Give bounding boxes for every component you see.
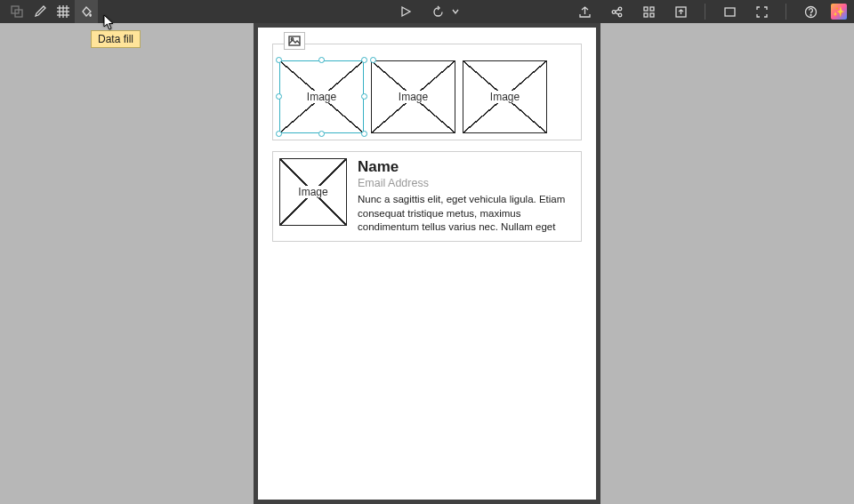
user-avatar[interactable]: ✨ xyxy=(831,4,847,20)
grid-icon[interactable] xyxy=(52,0,75,23)
image-gallery-icon[interactable] xyxy=(284,32,305,50)
stage[interactable]: Image Image xyxy=(0,23,854,504)
svg-rect-17 xyxy=(650,13,654,17)
card-email[interactable]: Email Address xyxy=(358,177,575,189)
image-placeholder-label: Image xyxy=(396,91,431,103)
resize-handle[interactable] xyxy=(361,57,367,63)
profile-card: Image Name Email Address Nunc a sagittis… xyxy=(279,158,575,235)
resize-handle[interactable] xyxy=(276,131,282,137)
svg-line-13 xyxy=(615,12,618,14)
svg-rect-16 xyxy=(644,13,648,17)
group-icon[interactable] xyxy=(5,0,28,23)
image-row-panel[interactable]: Image Image xyxy=(272,44,582,140)
toolbar-separator xyxy=(786,4,786,20)
data-fill-icon[interactable] xyxy=(75,0,98,23)
profile-card-panel[interactable]: Image Name Email Address Nunc a sagittis… xyxy=(272,151,582,242)
resize-handle[interactable] xyxy=(276,57,282,63)
svg-marker-8 xyxy=(402,7,410,16)
resize-handle[interactable] xyxy=(361,93,367,100)
toolbar-center-group xyxy=(394,0,460,23)
resize-handle[interactable] xyxy=(318,57,325,63)
rotate-handle[interactable] xyxy=(370,57,376,63)
toolbar-separator xyxy=(705,4,705,20)
card-name[interactable]: Name xyxy=(358,158,575,176)
play-icon[interactable] xyxy=(394,0,417,23)
image-placeholder-label: Image xyxy=(487,91,522,103)
svg-rect-19 xyxy=(725,8,735,16)
image-placeholder[interactable]: Image xyxy=(463,60,547,133)
tooltip: Data fill xyxy=(91,30,141,48)
image-row: Image Image xyxy=(279,55,575,133)
fullscreen-icon[interactable] xyxy=(750,0,773,23)
card-text[interactable]: Nunc a sagittis elit, eget vehicula ligu… xyxy=(358,193,575,235)
canvas-frame: Image Image xyxy=(254,23,600,504)
viewport-icon[interactable] xyxy=(718,0,741,23)
resize-handle[interactable] xyxy=(361,131,367,137)
refresh-icon[interactable] xyxy=(426,0,449,23)
resize-handle[interactable] xyxy=(318,131,325,137)
dropdown-icon[interactable] xyxy=(451,0,460,23)
help-icon[interactable] xyxy=(799,0,822,23)
card-body: Name Email Address Nunc a sagittis elit,… xyxy=(358,158,575,235)
upload-icon[interactable] xyxy=(573,0,596,23)
svg-rect-14 xyxy=(644,7,648,11)
share-icon[interactable] xyxy=(605,0,628,23)
svg-point-21 xyxy=(810,14,811,15)
svg-rect-22 xyxy=(289,36,300,45)
page[interactable]: Image Image xyxy=(258,28,596,500)
resize-handle[interactable] xyxy=(276,93,282,100)
image-placeholder[interactable]: Image xyxy=(371,60,455,133)
svg-line-12 xyxy=(615,9,618,11)
svg-rect-15 xyxy=(650,7,654,11)
image-placeholder-label: Image xyxy=(295,186,330,198)
image-placeholder[interactable]: Image xyxy=(279,158,347,226)
image-placeholder-label: Image xyxy=(304,91,339,103)
export-icon[interactable] xyxy=(669,0,692,23)
top-toolbar: ✨ xyxy=(0,0,854,23)
eyedropper-icon[interactable] xyxy=(28,0,52,23)
image-placeholder-selected[interactable]: Image xyxy=(279,60,364,133)
toolbar-right-group: ✨ xyxy=(573,0,854,23)
toolbar-left-group xyxy=(0,0,98,23)
apps-icon[interactable] xyxy=(637,0,660,23)
